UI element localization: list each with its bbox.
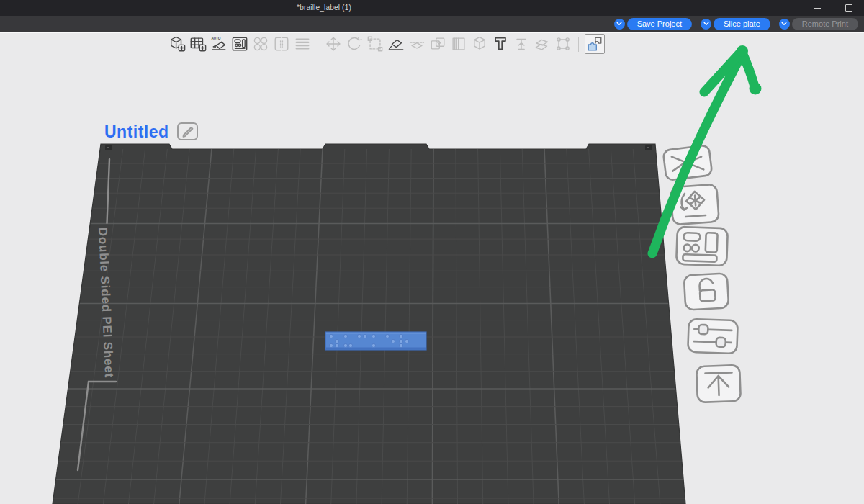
braille-label-object[interactable] — [325, 332, 426, 350]
seam-painting-icon — [533, 35, 552, 53]
chevron-down-icon — [616, 22, 622, 26]
text-icon[interactable] — [491, 35, 510, 53]
svg-text:AUTO: AUTO — [211, 37, 220, 40]
arrange-stamp — [674, 224, 730, 269]
layers-icon — [293, 35, 312, 53]
slice-plate-dropdown[interactable] — [701, 19, 711, 30]
main-toolbar: AUTO — [168, 34, 605, 54]
send-to-top-stamp — [693, 361, 744, 406]
save-project-group: Save Project — [614, 18, 692, 30]
remote-print-group: Remote Print — [779, 18, 858, 30]
sliders-stamp — [685, 316, 740, 357]
edit-pencil-icon — [176, 121, 199, 141]
toolbar-separator — [578, 37, 579, 52]
auto-orient-stamp — [667, 181, 722, 228]
actionbar: Save ProjectSlice plateRemote Print — [0, 16, 864, 32]
crossed-lines-stamp — [660, 140, 715, 185]
maximize-icon[interactable] — [837, 0, 861, 16]
auto-orient-icon[interactable]: AUTO — [210, 35, 228, 53]
add-object-icon[interactable] — [168, 35, 186, 53]
chevron-down-icon — [781, 22, 787, 26]
project-name-block: Untitled — [104, 121, 199, 143]
build-plate[interactable] — [53, 144, 685, 504]
move-icon — [324, 35, 343, 53]
titlebar[interactable]: *braille_label (1) — [0, 0, 864, 16]
measure-icon — [554, 35, 572, 53]
chevron-down-icon — [703, 22, 709, 26]
variable-layer-icon — [449, 35, 468, 53]
add-plate-icon[interactable] — [189, 35, 207, 53]
minimize-icon[interactable] — [805, 0, 829, 16]
split-to-objects-icon — [251, 35, 270, 53]
rename-project-button[interactable] — [176, 121, 199, 143]
save-project-dropdown[interactable] — [614, 19, 625, 30]
app-window: { "titlebar": { "title": "*braille_label… — [0, 0, 864, 504]
project-name: Untitled — [104, 122, 169, 142]
toolbar-separator — [318, 37, 318, 52]
mesh-icon — [470, 35, 489, 53]
arrange-icon[interactable] — [230, 35, 249, 53]
remote-print-dropdown[interactable] — [779, 19, 790, 30]
cut-icon — [408, 35, 426, 53]
unlock-stamp — [682, 269, 732, 313]
remote-print-button: Remote Print — [792, 18, 858, 30]
mesh-boolean-icon — [428, 35, 447, 53]
lay-on-face-icon[interactable] — [387, 35, 405, 53]
slice-plate-button[interactable]: Slice plate — [714, 18, 770, 30]
rotate-icon — [345, 35, 364, 53]
scale-icon — [366, 35, 384, 53]
viewport-3d[interactable]: Double Sided PEI Sheet — [0, 0, 864, 504]
support-painting-icon — [512, 35, 531, 53]
save-project-button[interactable]: Save Project — [627, 18, 692, 30]
split-to-parts-icon — [272, 35, 291, 53]
slice-plate-group: Slice plate — [701, 18, 770, 30]
window-title: *braille_label (1) — [0, 0, 648, 16]
assembly-view-icon[interactable] — [585, 34, 605, 54]
